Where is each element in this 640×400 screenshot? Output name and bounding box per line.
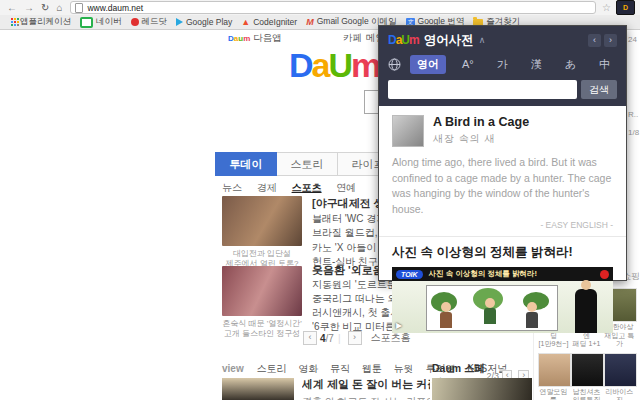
url-text: www.daum.net bbox=[87, 3, 143, 13]
banner-text: 사진 속 이상형의 정체를 밝혀라! bbox=[429, 269, 537, 279]
play-icon bbox=[176, 18, 183, 26]
tab-story[interactable]: 스토리 bbox=[277, 152, 338, 176]
view-item[interactable]: 웹툰 bbox=[362, 363, 382, 374]
banner-illustration: ▶ bbox=[392, 281, 613, 333]
daum-dictionary-popup: DaUm 영어사전 ∧ ‹ › 영어 A° 가 漢 あ 中 bbox=[378, 25, 627, 281]
view-news-thumbnail[interactable] bbox=[222, 378, 294, 400]
product-image bbox=[538, 353, 571, 387]
daily-expression-card: A Bird in a Cage 새장 속의 새 Along time ago,… bbox=[379, 106, 626, 236]
browser-window: ← → ↻ ⌂ www.daum.net ☆ D 앱플리케이션 네이버 레드닷 … bbox=[0, 0, 640, 400]
tab-today[interactable]: 투데이 bbox=[215, 152, 277, 176]
bookmark-label: Google Play bbox=[186, 17, 232, 27]
news-subnav: 뉴스 경제 스포츠 연예 bbox=[222, 181, 368, 195]
view-news-headline[interactable]: 세계 제일 돈 잘이 버는 커플의 일상VIEW bbox=[302, 377, 430, 392]
popup-prev-button[interactable]: ‹ bbox=[588, 34, 601, 47]
daum-app-link[interactable]: Daum 다음앱 bbox=[228, 32, 282, 45]
red-dot-icon bbox=[131, 18, 139, 26]
bookmark-star-icon[interactable]: ☆ bbox=[602, 2, 611, 13]
banner-header: TOIK 사진 속 이상형의 정체를 밝혀라! bbox=[392, 267, 613, 281]
reload-icon[interactable]: ↻ bbox=[41, 0, 49, 15]
daum-dictionary-extension-icon[interactable]: D bbox=[616, 0, 635, 15]
news-thumbnail[interactable] bbox=[222, 196, 302, 246]
expression-subtitle: 새장 속의 새 bbox=[433, 132, 529, 146]
address-bar[interactable]: www.daum.net bbox=[70, 1, 596, 14]
logo-letter: a bbox=[312, 46, 329, 84]
bookmark-google-play[interactable]: Google Play bbox=[176, 17, 232, 27]
daum-app-label: 다음앱 bbox=[253, 32, 282, 45]
codeigniter-icon: ▲ bbox=[241, 18, 250, 27]
bookmark-label: CodeIgniter bbox=[253, 17, 297, 27]
bookmark-apps[interactable]: 앱플리케이션 bbox=[9, 16, 71, 28]
tab-english-dict[interactable]: 영어 bbox=[410, 55, 446, 74]
popup-title: 영어사전 bbox=[424, 32, 474, 49]
dictionary-search-button[interactable]: 검색 bbox=[581, 80, 617, 99]
expression-thumbnail bbox=[392, 115, 424, 147]
divider: | bbox=[338, 333, 341, 344]
daum-logo[interactable]: DaUm bbox=[289, 48, 379, 82]
tab-korean-dict[interactable]: 가 bbox=[490, 55, 515, 74]
view-item[interactable]: 뮤직 bbox=[330, 363, 350, 374]
subnav-economy[interactable]: 경제 bbox=[257, 182, 277, 193]
apps-grid-icon bbox=[11, 18, 13, 20]
toik-logo: TOIK bbox=[396, 270, 423, 279]
news-thumbnail[interactable] bbox=[222, 266, 302, 316]
page-fragment: 24 bbox=[628, 35, 637, 44]
back-icon[interactable]: ← bbox=[7, 0, 17, 15]
logo-letter: D bbox=[289, 46, 312, 84]
popup-daum-logo: DaUm bbox=[388, 33, 419, 47]
page-icon bbox=[75, 3, 83, 13]
product-item[interactable]: 리바이스진블랙 특가 bbox=[604, 353, 635, 400]
home-icon[interactable]: ⌂ bbox=[56, 0, 62, 15]
logo-letter: m bbox=[351, 46, 379, 84]
special-image[interactable] bbox=[432, 378, 532, 400]
next-page-button[interactable]: › bbox=[348, 331, 362, 345]
tab-hanja-dict[interactable]: 漢 bbox=[524, 55, 549, 74]
view-label: view bbox=[222, 363, 244, 374]
gmail-icon: M bbox=[306, 18, 314, 27]
bookmark-label: 앱플리케이션 bbox=[20, 16, 71, 28]
page-fragment: R.. bbox=[628, 110, 638, 119]
expression-body: Along time ago, there lived a bird. But … bbox=[392, 155, 613, 217]
dictionary-tabs: 영어 A° 가 漢 あ 中 bbox=[388, 54, 617, 74]
forward-icon[interactable]: → bbox=[24, 0, 34, 15]
naver-icon bbox=[80, 17, 93, 28]
tab-japanese-dict[interactable]: あ bbox=[558, 55, 583, 74]
banner-frame bbox=[426, 285, 558, 331]
bookmark-label: 레드닷 bbox=[142, 16, 168, 28]
tab-english-english-dict[interactable]: A° bbox=[455, 56, 481, 72]
expression-source: - EASY ENGLISH - bbox=[392, 220, 613, 230]
product-item[interactable]: 연말모임룩주얼리템 bbox=[538, 353, 569, 400]
prev-page-button[interactable]: ‹ bbox=[303, 331, 317, 345]
bookmark-codeigniter[interactable]: ▲CodeIgniter bbox=[241, 17, 297, 27]
view-news: 세계 제일 돈 잘이 버는 커플의 일상VIEW 결혼 안 하고도 잘 사는 커… bbox=[302, 377, 430, 400]
total-pages: /7 bbox=[326, 333, 334, 344]
banner-presenter-figure bbox=[575, 289, 597, 333]
browser-toolbar: ← → ↻ ⌂ www.daum.net ☆ D bbox=[0, 0, 640, 15]
popup-next-button[interactable]: › bbox=[604, 34, 617, 47]
view-item[interactable]: 스토리 bbox=[256, 363, 286, 374]
tab-chinese-dict[interactable]: 中 bbox=[592, 55, 617, 74]
product-item[interactable]: 남친셔츠의류특집 bbox=[571, 353, 602, 400]
logo-letter: U bbox=[328, 46, 351, 84]
subnav-sports[interactable]: 스포츠 bbox=[292, 182, 322, 193]
subnav-news[interactable]: 뉴스 bbox=[222, 182, 242, 193]
promo-title[interactable]: 사진 속 이상형의 정체를 밝혀라! bbox=[392, 244, 613, 261]
view-news-line2[interactable]: 결혼 안 하고도 잘 사는 커플의 예능.. bbox=[302, 395, 430, 400]
promo-section: 사진 속 이상형의 정체를 밝혀라! TOIK 사진 속 이상형의 정체를 밝혀… bbox=[379, 237, 626, 340]
subnav-entertainment[interactable]: 연예 bbox=[336, 182, 356, 193]
news-thumbnail-caption[interactable]: 혼숙식 때문 '열정시간'고개 들스타인 정구성 bbox=[218, 319, 306, 339]
bookmark-reddot[interactable]: 레드닷 bbox=[131, 16, 168, 28]
expression-title[interactable]: A Bird in a Cage bbox=[433, 115, 529, 129]
promo-banner[interactable]: TOIK 사진 속 이상형의 정체를 밝혀라! ▶ bbox=[392, 267, 613, 333]
collapse-icon[interactable]: ∧ bbox=[479, 35, 486, 45]
globe-icon[interactable] bbox=[388, 58, 401, 71]
view-item[interactable]: 영화 bbox=[298, 363, 318, 374]
dictionary-search-input[interactable] bbox=[388, 80, 577, 99]
banner-red-button[interactable] bbox=[600, 270, 609, 279]
bookmark-naver[interactable]: 네이버 bbox=[80, 16, 122, 28]
bookmark-label: 네이버 bbox=[96, 16, 122, 28]
cafe-link[interactable]: 카페 bbox=[343, 32, 362, 45]
page-fragment: 1/8 bbox=[628, 128, 639, 137]
play-icon[interactable]: ▶ bbox=[396, 321, 402, 330]
view-item[interactable]: 뉴웟 bbox=[394, 363, 414, 374]
